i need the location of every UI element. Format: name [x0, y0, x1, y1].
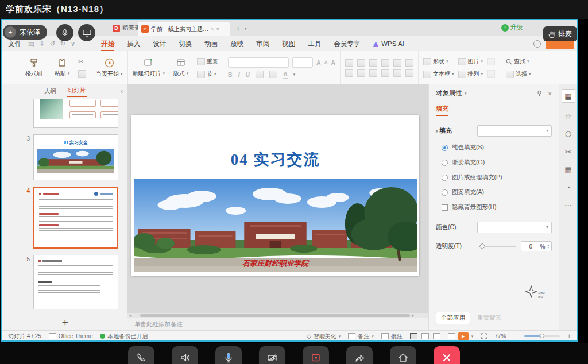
spin-down-icon[interactable]: ▾ — [547, 246, 549, 249]
home-button[interactable] — [390, 346, 416, 364]
arrange-button[interactable]: 排列▾ — [458, 70, 483, 78]
indent-more-icon[interactable] — [381, 59, 389, 67]
slide-title[interactable]: 04 实习交流 — [131, 149, 419, 170]
increase-font-icon[interactable]: A — [316, 59, 321, 66]
smart-beautify-button[interactable]: ◇ 智能美化 ▾ — [307, 332, 341, 340]
underline-button[interactable]: U — [246, 71, 250, 78]
collapse-panel-icon[interactable]: ‹ — [121, 87, 123, 95]
section-button[interactable]: 节▾ — [197, 70, 218, 78]
option-pattern-fill[interactable]: 图案填充(A) — [442, 188, 552, 196]
play-button[interactable]: ▶ — [458, 332, 469, 340]
scroll-right-icon[interactable]: ▸ — [410, 313, 416, 318]
paste-button[interactable]: 粘贴▾ — [50, 58, 74, 78]
find-button[interactable]: 查找▾ — [506, 57, 531, 65]
campus-photo[interactable]: 石家庄财经职业学院 — [134, 179, 417, 272]
presenter-name-tag[interactable]: ✦ 宋依泽 — [3, 25, 47, 40]
backup-indicator[interactable]: 本地备份已开启 — [100, 332, 148, 340]
fill-tab[interactable]: 填充 — [436, 104, 448, 116]
fit-window-icon[interactable] — [481, 333, 487, 339]
bold-button[interactable]: B — [228, 71, 233, 78]
tab-review[interactable]: 审阅 — [250, 36, 276, 51]
picture-button[interactable]: 图片▾ — [458, 57, 483, 65]
settings-icon[interactable] — [533, 40, 541, 48]
option-gradient-fill[interactable]: 渐变填充(G) — [442, 158, 552, 166]
upgrade-button[interactable]: ↑ 升级 — [501, 24, 523, 32]
tab-transition[interactable]: 切换 — [172, 36, 198, 51]
end-meeting-button[interactable] — [434, 346, 460, 364]
justify-icon[interactable] — [381, 69, 389, 77]
option-picture-fill[interactable]: 图片或纹理填充(P) — [442, 173, 552, 181]
zoom-slider[interactable] — [524, 335, 560, 337]
new-tab-button[interactable]: ＋ — [234, 24, 242, 34]
slides-tab[interactable]: 幻灯片 — [68, 87, 86, 96]
radio-gradient-fill[interactable] — [442, 160, 448, 166]
radio-picture-fill[interactable] — [442, 175, 448, 181]
slide-3-thumbnail[interactable]: 01 实习安全 — [33, 134, 118, 180]
slide-2-thumbnail[interactable] — [33, 99, 118, 128]
add-slide-button[interactable]: ＋ — [2, 316, 127, 328]
current-slide[interactable]: 04 实习交流 — [131, 115, 419, 276]
tab-list-caret-icon[interactable]: ▾ — [245, 26, 247, 31]
layout-button[interactable]: 版式▾ — [169, 58, 193, 78]
tab-design[interactable]: 设计 — [146, 36, 172, 51]
play-caret-icon[interactable]: ▾ — [471, 334, 474, 339]
clear-format-icon[interactable]: A — [331, 59, 335, 66]
favorites-icon[interactable]: ☆ — [565, 112, 572, 121]
comments-button[interactable]: 批注 — [381, 332, 403, 340]
pin-icon[interactable] — [536, 90, 543, 96]
slide-5-thumbnail[interactable] — [33, 255, 118, 309]
tab-pin-icon[interactable]: ○ — [211, 26, 214, 32]
align-center-icon[interactable] — [357, 69, 365, 77]
notes-button[interactable]: 备注 ▾ — [348, 332, 374, 340]
fill-section-caret-icon[interactable]: ▾ — [436, 129, 438, 133]
slide-edit-area[interactable]: 04 实习交流 — [127, 84, 428, 330]
tab-close-icon[interactable]: × — [216, 26, 219, 32]
option-solid-fill[interactable]: 纯色填充(S) — [442, 144, 552, 152]
shapes-panel-icon[interactable]: ⬡ — [565, 130, 571, 138]
sorter-view-icon[interactable] — [421, 333, 429, 339]
checkbox-hide-background[interactable] — [442, 204, 448, 211]
save-icon[interactable]: ▤ — [28, 40, 34, 48]
speaker-button[interactable] — [172, 346, 198, 364]
cut-button[interactable]: ✂ — [78, 58, 86, 65]
decrease-font-icon[interactable]: A — [324, 60, 328, 65]
option-hide-background[interactable]: 隐藏背景图形(H) — [442, 203, 552, 211]
numbering-icon[interactable] — [357, 59, 365, 67]
color-select[interactable]: ▾ — [477, 222, 552, 233]
undo-icon[interactable]: ↺ — [50, 40, 55, 48]
select-button[interactable]: 选择▾ — [506, 70, 531, 78]
object-properties-icon[interactable]: ▦ — [562, 89, 575, 103]
line-spacing-icon[interactable] — [393, 59, 401, 67]
tab-slideshow[interactable]: 放映 — [224, 36, 250, 51]
crop-panel-icon[interactable]: ✂ — [565, 148, 571, 156]
tab-insert[interactable]: 插入 — [121, 36, 146, 51]
align-right-icon[interactable] — [369, 69, 377, 77]
font-name-select[interactable] — [228, 57, 289, 68]
mic-button[interactable] — [215, 346, 242, 364]
zoom-level[interactable]: 77% — [494, 333, 506, 339]
reset-button[interactable]: 重置 — [197, 57, 218, 65]
tab-tools[interactable]: 工具 — [301, 36, 327, 51]
share-forward-button[interactable] — [346, 346, 373, 364]
reading-view-icon[interactable] — [433, 333, 440, 339]
columns-icon[interactable] — [393, 69, 401, 77]
format-painter-button[interactable]: 格式刷 — [22, 58, 46, 78]
font-size-select[interactable] — [292, 57, 313, 68]
zoom-in-button[interactable]: + — [567, 333, 571, 339]
panel-title-caret-icon[interactable]: ▾ — [465, 91, 467, 96]
outline-tab[interactable]: 大纲 — [44, 87, 56, 95]
raise-hand-button[interactable]: 排麦 — [543, 26, 577, 41]
tab-home[interactable]: 开始 — [95, 36, 121, 51]
horizontal-scrollbar[interactable]: ◂ ▸ — [127, 313, 428, 318]
export-icon[interactable]: ⇩ — [39, 40, 44, 48]
layers-panel-icon[interactable]: ▦ — [564, 165, 571, 174]
play-from-start-icon[interactable] — [448, 333, 455, 339]
notes-area[interactable]: 单击此处添加备注 — [127, 318, 428, 330]
history-panel-icon[interactable]: ◔ — [566, 183, 571, 192]
radio-solid-fill[interactable] — [442, 145, 448, 151]
theme-indicator[interactable]: Office Theme — [49, 333, 93, 339]
shapes-button[interactable]: 形状▾ — [423, 57, 454, 65]
record-button[interactable] — [303, 346, 329, 364]
camera-off-button[interactable] — [259, 346, 285, 364]
overlay-screenshare-button[interactable] — [78, 24, 95, 41]
